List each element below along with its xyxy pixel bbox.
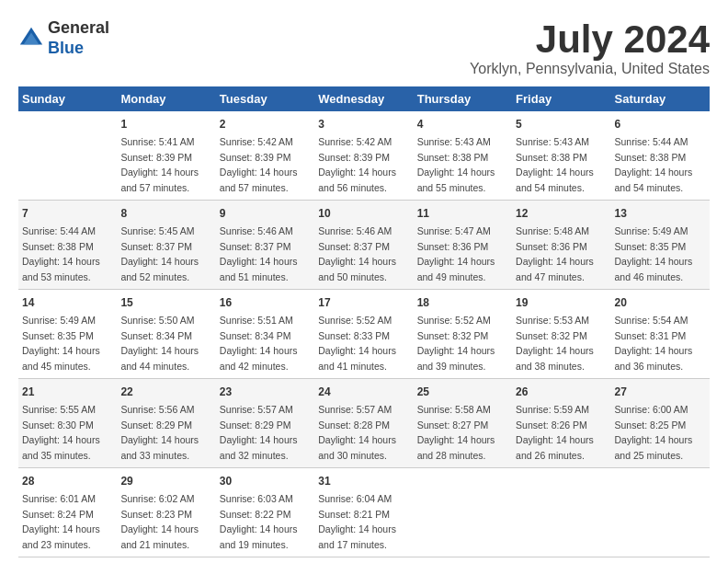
day-cell: 31Sunrise: 6:04 AM Sunset: 8:21 PM Dayli… <box>314 468 413 557</box>
day-cell: 2Sunrise: 5:42 AM Sunset: 8:39 PM Daylig… <box>216 111 314 201</box>
day-cell: 28Sunrise: 6:01 AM Sunset: 8:24 PM Dayli… <box>18 468 117 557</box>
day-number: 9 <box>220 205 311 222</box>
day-number: 15 <box>120 294 211 311</box>
day-detail: Sunrise: 6:02 AM Sunset: 8:23 PM Dayligh… <box>120 493 199 550</box>
subtitle: Yorklyn, Pennsylvania, United States <box>470 61 710 77</box>
day-detail: Sunrise: 5:45 AM Sunset: 8:37 PM Dayligh… <box>120 225 199 282</box>
header-monday: Monday <box>117 86 215 111</box>
day-cell: 12Sunrise: 5:48 AM Sunset: 8:36 PM Dayli… <box>512 201 610 290</box>
logo-general: General <box>48 18 109 37</box>
day-number: 21 <box>22 384 113 400</box>
day-number: 5 <box>516 116 607 132</box>
day-cell: 14Sunrise: 5:49 AM Sunset: 8:35 PM Dayli… <box>18 290 117 379</box>
day-cell: 16Sunrise: 5:51 AM Sunset: 8:34 PM Dayli… <box>216 290 314 379</box>
day-cell: 7Sunrise: 5:44 AM Sunset: 8:38 PM Daylig… <box>18 201 117 290</box>
day-cell: 6Sunrise: 5:44 AM Sunset: 8:38 PM Daylig… <box>611 111 710 201</box>
day-number: 1 <box>120 116 211 132</box>
day-number: 27 <box>615 384 706 400</box>
day-detail: Sunrise: 5:55 AM Sunset: 8:30 PM Dayligh… <box>22 404 100 461</box>
day-number: 31 <box>318 473 409 489</box>
day-detail: Sunrise: 5:49 AM Sunset: 8:35 PM Dayligh… <box>22 315 100 372</box>
day-detail: Sunrise: 6:03 AM Sunset: 8:22 PM Dayligh… <box>220 493 298 550</box>
day-number: 16 <box>220 294 311 311</box>
day-detail: Sunrise: 5:47 AM Sunset: 8:36 PM Dayligh… <box>417 225 495 282</box>
day-cell: 30Sunrise: 6:03 AM Sunset: 8:22 PM Dayli… <box>216 468 314 557</box>
day-detail: Sunrise: 6:04 AM Sunset: 8:21 PM Dayligh… <box>318 493 396 550</box>
day-cell: 9Sunrise: 5:46 AM Sunset: 8:37 PM Daylig… <box>216 201 314 290</box>
header-tuesday: Tuesday <box>216 86 314 111</box>
day-number: 18 <box>417 294 508 311</box>
day-cell <box>611 468 710 557</box>
header-friday: Friday <box>512 86 610 111</box>
day-cell: 15Sunrise: 5:50 AM Sunset: 8:34 PM Dayli… <box>117 290 215 379</box>
day-number: 20 <box>615 294 706 311</box>
day-cell: 19Sunrise: 5:53 AM Sunset: 8:32 PM Dayli… <box>512 290 610 379</box>
main-title: July 2024 <box>470 18 710 61</box>
header-thursday: Thursday <box>414 86 512 111</box>
day-cell: 22Sunrise: 5:56 AM Sunset: 8:29 PM Dayli… <box>117 379 215 468</box>
logo-text: General Blue <box>48 18 109 58</box>
day-number: 7 <box>22 205 113 222</box>
day-cell: 3Sunrise: 5:42 AM Sunset: 8:39 PM Daylig… <box>314 111 413 201</box>
day-cell: 24Sunrise: 5:57 AM Sunset: 8:28 PM Dayli… <box>314 379 413 468</box>
day-number: 17 <box>318 294 409 311</box>
day-number: 6 <box>615 116 706 132</box>
day-cell: 11Sunrise: 5:47 AM Sunset: 8:36 PM Dayli… <box>414 201 512 290</box>
day-detail: Sunrise: 5:48 AM Sunset: 8:36 PM Dayligh… <box>516 225 594 282</box>
day-detail: Sunrise: 5:51 AM Sunset: 8:34 PM Dayligh… <box>220 315 298 372</box>
day-cell: 27Sunrise: 6:00 AM Sunset: 8:25 PM Dayli… <box>611 379 710 468</box>
header-row: Sunday Monday Tuesday Wednesday Thursday… <box>18 86 710 111</box>
day-detail: Sunrise: 5:49 AM Sunset: 8:35 PM Dayligh… <box>615 225 693 282</box>
day-detail: Sunrise: 5:52 AM Sunset: 8:32 PM Dayligh… <box>417 315 495 372</box>
day-detail: Sunrise: 5:43 AM Sunset: 8:38 PM Dayligh… <box>417 136 495 193</box>
day-cell: 13Sunrise: 5:49 AM Sunset: 8:35 PM Dayli… <box>611 201 710 290</box>
day-number: 3 <box>318 116 409 132</box>
day-detail: Sunrise: 5:57 AM Sunset: 8:28 PM Dayligh… <box>318 404 396 461</box>
day-number: 13 <box>615 205 706 222</box>
day-detail: Sunrise: 5:44 AM Sunset: 8:38 PM Dayligh… <box>22 225 100 282</box>
day-number: 28 <box>22 473 113 489</box>
day-number: 26 <box>516 384 607 400</box>
header-wednesday: Wednesday <box>314 86 413 111</box>
day-detail: Sunrise: 5:54 AM Sunset: 8:31 PM Dayligh… <box>615 315 693 372</box>
day-number: 30 <box>220 473 311 489</box>
day-detail: Sunrise: 5:44 AM Sunset: 8:38 PM Dayligh… <box>615 136 693 193</box>
day-cell: 10Sunrise: 5:46 AM Sunset: 8:37 PM Dayli… <box>314 201 413 290</box>
day-number: 4 <box>417 116 508 132</box>
day-cell: 1Sunrise: 5:41 AM Sunset: 8:39 PM Daylig… <box>117 111 215 201</box>
day-cell: 8Sunrise: 5:45 AM Sunset: 8:37 PM Daylig… <box>117 201 215 290</box>
week-row-2: 14Sunrise: 5:49 AM Sunset: 8:35 PM Dayli… <box>18 290 710 379</box>
day-number: 10 <box>318 205 409 222</box>
title-block: July 2024 Yorklyn, Pennsylvania, United … <box>470 18 710 77</box>
day-cell: 23Sunrise: 5:57 AM Sunset: 8:29 PM Dayli… <box>216 379 314 468</box>
day-detail: Sunrise: 5:57 AM Sunset: 8:29 PM Dayligh… <box>220 404 298 461</box>
day-cell <box>512 468 610 557</box>
day-detail: Sunrise: 5:46 AM Sunset: 8:37 PM Dayligh… <box>220 225 298 282</box>
day-cell: 21Sunrise: 5:55 AM Sunset: 8:30 PM Dayli… <box>18 379 117 468</box>
page-header: General Blue July 2024 Yorklyn, Pennsylv… <box>18 18 710 77</box>
header-saturday: Saturday <box>611 86 710 111</box>
day-number: 25 <box>417 384 508 400</box>
day-number: 12 <box>516 205 607 222</box>
logo: General Blue <box>18 18 109 58</box>
week-row-4: 28Sunrise: 6:01 AM Sunset: 8:24 PM Dayli… <box>18 468 710 557</box>
week-row-3: 21Sunrise: 5:55 AM Sunset: 8:30 PM Dayli… <box>18 379 710 468</box>
logo-icon <box>18 26 44 52</box>
day-cell: 25Sunrise: 5:58 AM Sunset: 8:27 PM Dayli… <box>414 379 512 468</box>
day-number: 19 <box>516 294 607 311</box>
day-cell <box>414 468 512 557</box>
day-number: 29 <box>120 473 211 489</box>
day-cell: 5Sunrise: 5:43 AM Sunset: 8:38 PM Daylig… <box>512 111 610 201</box>
day-number: 8 <box>120 205 211 222</box>
day-detail: Sunrise: 5:53 AM Sunset: 8:32 PM Dayligh… <box>516 315 594 372</box>
day-cell: 29Sunrise: 6:02 AM Sunset: 8:23 PM Dayli… <box>117 468 215 557</box>
day-detail: Sunrise: 5:59 AM Sunset: 8:26 PM Dayligh… <box>516 404 594 461</box>
day-detail: Sunrise: 5:42 AM Sunset: 8:39 PM Dayligh… <box>220 136 298 193</box>
day-detail: Sunrise: 5:43 AM Sunset: 8:38 PM Dayligh… <box>516 136 594 193</box>
day-cell: 17Sunrise: 5:52 AM Sunset: 8:33 PM Dayli… <box>314 290 413 379</box>
day-detail: Sunrise: 5:50 AM Sunset: 8:34 PM Dayligh… <box>120 315 199 372</box>
day-detail: Sunrise: 5:41 AM Sunset: 8:39 PM Dayligh… <box>120 136 199 193</box>
week-row-0: 1Sunrise: 5:41 AM Sunset: 8:39 PM Daylig… <box>18 111 710 201</box>
day-number: 24 <box>318 384 409 400</box>
day-detail: Sunrise: 5:58 AM Sunset: 8:27 PM Dayligh… <box>417 404 495 461</box>
